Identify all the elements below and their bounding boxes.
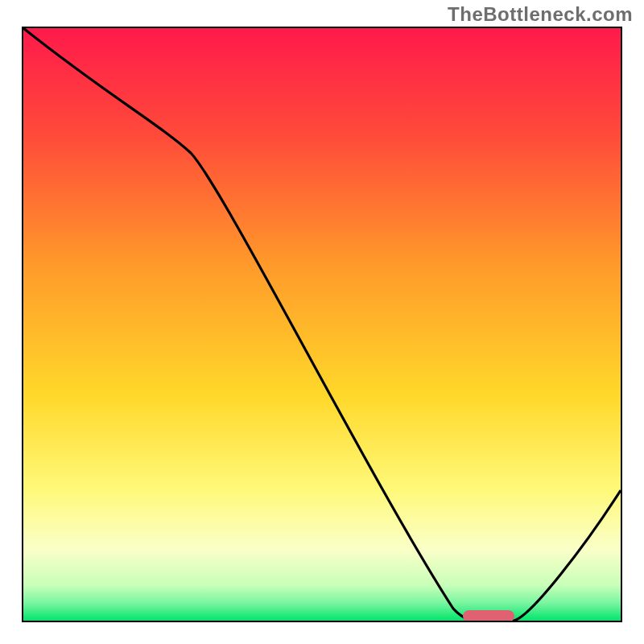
chart-plot-container xyxy=(22,27,622,622)
gradient-background xyxy=(23,28,621,621)
attribution-watermark: TheBottleneck.com xyxy=(448,3,633,26)
optimal-range-marker xyxy=(463,610,514,621)
chart-svg xyxy=(23,28,621,621)
chart-frame: TheBottleneck.com xyxy=(0,0,644,644)
